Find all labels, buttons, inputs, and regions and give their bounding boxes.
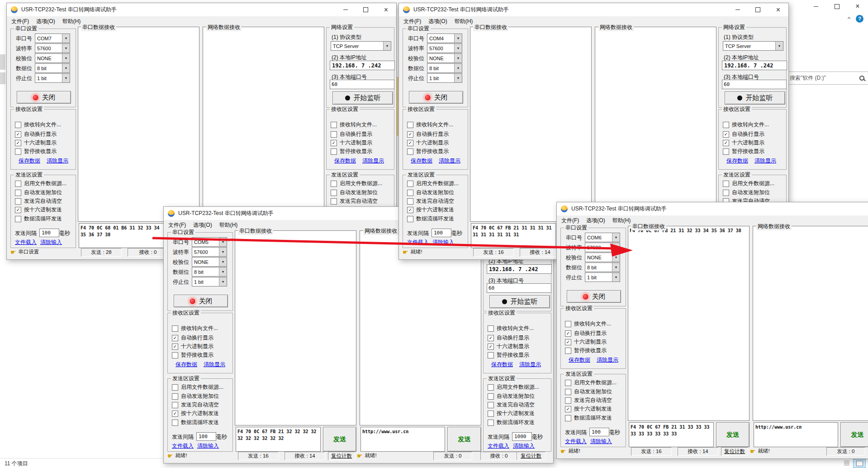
serial-recv-option-3-checkbox[interactable] xyxy=(172,352,178,358)
menu-help[interactable]: 帮助(H) xyxy=(62,18,81,25)
serial-recv-option-3-checkbox[interactable] xyxy=(565,348,571,354)
serial-send-option-3[interactable]: ✓按十六进制发送 xyxy=(565,405,612,413)
parity-select-arrow[interactable] xyxy=(62,54,70,62)
serial-clear-display-link[interactable]: 清除显示 xyxy=(204,361,225,368)
serial-send-option-1[interactable]: 自动发送附加位 xyxy=(172,392,219,400)
serial-send-input[interactable]: F4 70 0C 67 FB 21 32 32 32 32 32 32 32 3… xyxy=(236,427,321,452)
net-send-option-3-checkbox[interactable] xyxy=(488,411,494,417)
menu-options[interactable]: 选项(O) xyxy=(36,18,55,25)
baud-rate-select-arrow[interactable] xyxy=(454,44,462,53)
serial-recv-option-1[interactable]: ✓自动换行显示 xyxy=(172,334,213,342)
net-send-option-1[interactable]: 自动发送附加位 xyxy=(331,189,378,196)
serial-save-data-link[interactable]: 保存数据 xyxy=(569,356,590,364)
serial-reset-count-link[interactable]: 复位计数 xyxy=(721,447,748,456)
serial-recv-option-2[interactable]: ✓十六进制显示 xyxy=(407,139,449,147)
stop-bits-select-arrow[interactable] xyxy=(612,273,620,282)
protocol-select-arrow[interactable] xyxy=(775,42,783,50)
start-listen-button[interactable]: 开始监听 xyxy=(489,295,550,308)
net-save-data-link[interactable]: 保存数据 xyxy=(491,361,513,368)
serial-receive-box[interactable] xyxy=(78,27,199,222)
serial-send-input[interactable]: F4 70 0C 67 FB 21 31 33 33 33 33 33 33 3… xyxy=(629,422,714,447)
serial-send-option-2-checkbox[interactable] xyxy=(407,198,413,205)
network-send-input[interactable]: http://www.usr.cn xyxy=(360,427,445,452)
serial-recv-option-1-checkbox[interactable]: ✓ xyxy=(172,335,178,341)
net-send-option-0-checkbox[interactable] xyxy=(331,181,337,187)
serial-recv-option-2-checkbox[interactable]: ✓ xyxy=(15,140,21,146)
serial-reset-count-link[interactable]: 复位计数 xyxy=(328,452,355,460)
serial-send-option-0[interactable]: 启用文件数据源... xyxy=(565,379,617,387)
net-clear-display-link[interactable]: 清除显示 xyxy=(519,361,541,368)
stop-bits-select[interactable]: 1 bit xyxy=(427,73,462,83)
serial-send-option-2-checkbox[interactable] xyxy=(15,198,21,205)
com-port-select-arrow[interactable] xyxy=(62,34,70,43)
search-icon[interactable] xyxy=(859,75,865,81)
net-save-data-link[interactable]: 保存数据 xyxy=(726,157,748,165)
close-serial-button[interactable]: 关闭 xyxy=(174,295,228,307)
serial-send-option-0[interactable]: 启用文件数据源... xyxy=(172,383,223,391)
net-recv-option-0[interactable]: 接收转向文件... xyxy=(723,121,769,129)
net-send-option-3[interactable]: 按十六进制发送 xyxy=(488,410,535,417)
menu-options[interactable]: 选项(O) xyxy=(428,18,447,25)
serial-save-data-link[interactable]: 保存数据 xyxy=(175,361,197,368)
net-recv-option-3-checkbox[interactable] xyxy=(331,148,337,155)
serial-send-option-4[interactable]: 数据流循环发送 xyxy=(172,419,219,426)
net-recv-option-1[interactable]: 自动换行显示 xyxy=(331,130,372,138)
data-bits-select-arrow[interactable] xyxy=(612,263,620,272)
serial-receive-box[interactable]: F4 70 0C 67 FB 21 31 32 33 34 35 36 37 3… xyxy=(628,226,749,421)
com-port-select-arrow[interactable] xyxy=(612,233,620,242)
serial-recv-option-0-checkbox[interactable] xyxy=(172,325,178,332)
menu-options[interactable]: 选项(O) xyxy=(193,221,212,229)
serial-recv-option-3[interactable]: 暂停接收显示 xyxy=(15,148,57,155)
serial-file-load-link[interactable]: 文件载入 xyxy=(407,239,429,246)
net-send-option-1[interactable]: 自动发送附加位 xyxy=(723,189,770,196)
net-recv-option-0[interactable]: 接收转向文件... xyxy=(331,121,377,129)
serial-send-option-2[interactable]: 发送完自动清空 xyxy=(15,197,62,205)
serial-send-option-3-checkbox[interactable]: ✓ xyxy=(15,207,21,213)
serial-recv-option-2-checkbox[interactable]: ✓ xyxy=(172,344,178,350)
close-button[interactable] xyxy=(768,3,788,16)
com-port-select[interactable]: COM6 xyxy=(585,233,620,242)
net-recv-option-3[interactable]: 暂停接收显示 xyxy=(723,148,764,155)
serial-recv-option-3[interactable]: 暂停接收显示 xyxy=(565,347,607,354)
net-send-option-0[interactable]: 启用文件数据源... xyxy=(488,383,539,391)
data-bits-select-arrow[interactable] xyxy=(454,64,462,72)
help-icon[interactable] xyxy=(856,15,863,23)
serial-clear-display-link[interactable]: 清除显示 xyxy=(47,157,68,165)
serial-file-load-link[interactable]: 文件载入 xyxy=(172,442,194,450)
menu-options[interactable]: 选项(O) xyxy=(586,217,605,224)
serial-clear-input-link[interactable]: 清除输入 xyxy=(432,239,454,246)
serial-recv-option-0-checkbox[interactable] xyxy=(15,122,21,128)
maximize-button[interactable] xyxy=(748,3,768,16)
thumbnail-view-button[interactable] xyxy=(853,459,866,468)
protocol-select[interactable]: TCP Server xyxy=(331,41,391,51)
net-file-load-link[interactable]: 文件载入 xyxy=(488,442,509,450)
data-bits-select-arrow[interactable] xyxy=(219,267,227,276)
serial-send-option-4-checkbox[interactable] xyxy=(15,216,21,222)
serial-send-option-4-checkbox[interactable] xyxy=(172,420,178,426)
serial-save-data-link[interactable]: 保存数据 xyxy=(411,157,432,165)
menu-help[interactable]: 帮助(H) xyxy=(455,18,473,25)
stop-bits-select[interactable]: 1 bit xyxy=(35,73,70,83)
net-recv-option-2-checkbox[interactable]: ✓ xyxy=(331,140,337,146)
serial-interval-input[interactable]: 100 xyxy=(432,229,451,237)
net-recv-option-2[interactable]: ✓十六进制显示 xyxy=(488,343,529,350)
net-recv-option-1[interactable]: ✓自动换行显示 xyxy=(723,130,764,138)
local-ip-input[interactable]: 192.168. 7 .242 xyxy=(722,61,787,70)
net-send-option-0-checkbox[interactable] xyxy=(723,181,729,187)
local-port-input[interactable]: 60 xyxy=(487,283,551,293)
net-recv-option-3[interactable]: 暂停接收显示 xyxy=(488,351,529,359)
net-recv-option-1-checkbox[interactable] xyxy=(331,131,337,138)
send-serial-button[interactable]: 发送 xyxy=(323,427,356,452)
net-recv-option-0-checkbox[interactable] xyxy=(488,325,494,332)
serial-send-option-0-checkbox[interactable] xyxy=(407,181,413,187)
serial-send-option-2-checkbox[interactable] xyxy=(172,402,178,408)
net-recv-option-3-checkbox[interactable] xyxy=(488,352,494,358)
protocol-select-arrow[interactable] xyxy=(383,42,391,50)
serial-clear-display-link[interactable]: 清除显示 xyxy=(597,356,618,364)
serial-send-option-3[interactable]: ✓按十六进制发送 xyxy=(15,206,62,214)
serial-interval-input[interactable]: 100 xyxy=(196,432,216,441)
serial-clear-input-link[interactable]: 清除输入 xyxy=(590,438,612,445)
parity-select[interactable]: NONE xyxy=(427,53,462,63)
menu-file[interactable]: 文件(F) xyxy=(403,18,421,25)
stop-bits-select[interactable]: 1 bit xyxy=(585,272,620,282)
